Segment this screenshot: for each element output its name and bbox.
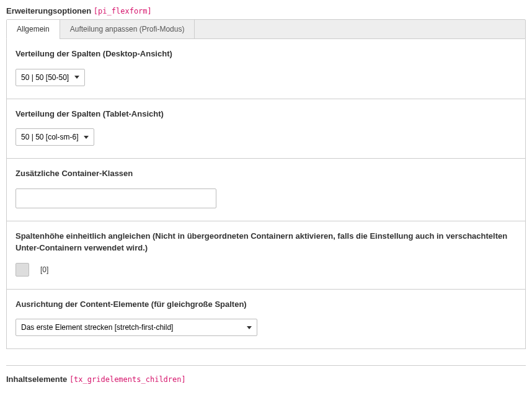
tab-panel-general: Verteilung der Spalten (Desktop-Ansicht)… (6, 39, 526, 349)
content-elements-section: Inhaltselemente [tx_gridelements_childre… (6, 365, 526, 384)
field-container-classes-label: Zusätzliche Container-Klassen (16, 167, 516, 180)
field-content-align-label: Ausrichtung der Content-Elemente (für gl… (16, 298, 516, 311)
field-equal-height-value-display: [0] (40, 265, 48, 274)
field-container-classes-input[interactable] (16, 188, 216, 208)
field-desktop-columns-label: Verteilung der Spalten (Desktop-Ansicht) (16, 48, 516, 60)
field-desktop-columns-select[interactable]: 50 | 50 [50-50] (16, 69, 85, 86)
field-tablet-columns: Verteilung der Spalten (Tablet-Ansicht) … (7, 99, 525, 159)
field-content-align-select[interactable]: Das erste Element strecken [stretch-firs… (16, 319, 257, 336)
field-tablet-columns-select[interactable]: 50 | 50 [col-sm-6] (16, 128, 94, 146)
field-equal-height: Spaltenhöhe einheitlich angleichen (Nich… (7, 221, 525, 290)
content-elements-title: Inhaltselemente (6, 375, 67, 384)
extension-options-tech-label: [pi_flexform] (94, 7, 152, 16)
content-elements-tech-label: [tx_gridelements_children] (69, 375, 186, 384)
field-tablet-columns-label: Verteilung der Spalten (Tablet-Ansicht) (16, 108, 516, 120)
field-equal-height-checkbox[interactable] (16, 263, 29, 277)
field-content-align: Ausrichtung der Content-Elemente (für gl… (7, 290, 525, 349)
field-desktop-columns: Verteilung der Spalten (Desktop-Ansicht)… (7, 39, 525, 99)
extension-options-header: Erweiterungsoptionen [pi_flexform] (6, 6, 526, 16)
tab-general[interactable]: Allgemein (7, 20, 60, 38)
tabs: Allgemein Aufteilung anpassen (Profi-Mod… (6, 19, 526, 39)
field-container-classes: Zusätzliche Container-Klassen (7, 159, 525, 221)
content-elements-header: Inhaltselemente [tx_gridelements_childre… (6, 375, 526, 384)
extension-options-title: Erweiterungsoptionen (6, 6, 91, 16)
field-equal-height-label: Spaltenhöhe einheitlich angleichen (Nich… (16, 230, 516, 254)
tab-advanced[interactable]: Aufteilung anpassen (Profi-Modus) (60, 20, 195, 38)
